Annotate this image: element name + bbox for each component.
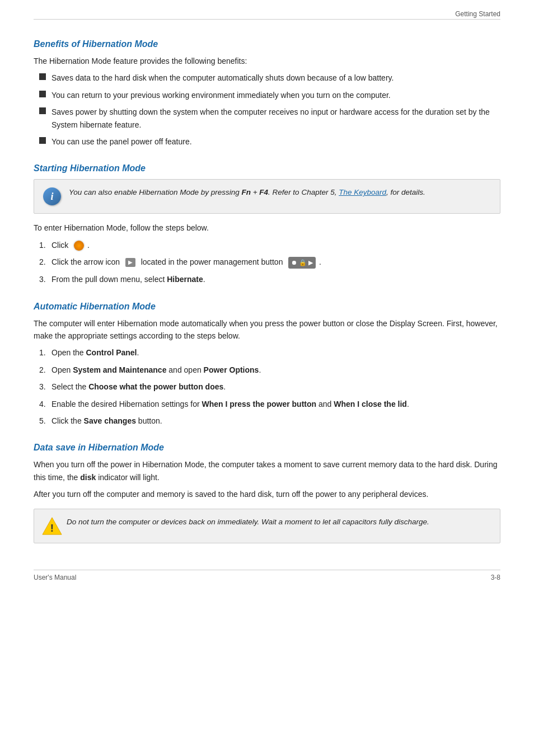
- note-text-end: , for details.: [386, 188, 425, 196]
- step-number: 5.: [39, 415, 51, 427]
- step-number: 2.: [39, 256, 51, 268]
- benefits-intro: The Hibernation Mode feature provides th…: [34, 55, 500, 67]
- note-text-before: You can also enable Hibernation Mode by …: [69, 188, 241, 196]
- close-lid-label: When I close the lid: [334, 400, 407, 408]
- list-item-text: Saves power by shutting down the system …: [51, 106, 500, 131]
- fn-key: Fn: [241, 188, 251, 196]
- section-datasave-title: Data save in Hibernation Mode: [34, 443, 500, 453]
- warning-icon: !: [42, 516, 62, 536]
- automatic-intro: The computer will enter Hibernation mode…: [34, 317, 500, 342]
- keyboard-link[interactable]: The Keyboard: [339, 188, 386, 196]
- control-panel-label: Control Panel: [86, 348, 137, 357]
- step-number: 2.: [39, 364, 51, 376]
- step-text: Click the Save changes button.: [51, 415, 162, 427]
- section-starting-body: i You can also enable Hibernation Mode b…: [34, 179, 500, 285]
- footer-left: User's Manual: [34, 574, 76, 581]
- page-container: Getting Started Benefits of Hibernation …: [0, 0, 534, 593]
- hibernate-label: Hibernate: [167, 275, 203, 284]
- section-datasave: Data save in Hibernation Mode When you t…: [34, 443, 500, 543]
- footer-right: 3-8: [491, 574, 500, 581]
- top-divider: [34, 19, 500, 20]
- svg-text:!: !: [50, 522, 54, 534]
- section-benefits-body: The Hibernation Mode feature provides th…: [34, 55, 500, 148]
- list-item-text: You can use the panel power off feature.: [51, 135, 192, 148]
- list-item: 1. Open the Control Panel.: [39, 346, 500, 359]
- step-text: From the pull down menu, select Hibernat…: [51, 273, 205, 285]
- list-item: 5. Click the Save changes button.: [39, 415, 500, 427]
- section-benefits: Benefits of Hibernation Mode The Hiberna…: [34, 39, 500, 148]
- step-text: Enable the desired Hibernation settings …: [51, 398, 409, 410]
- starting-steps: 1. Click . 2. Click the arrow icon: [39, 239, 500, 286]
- note-text-after: . Refer to Chapter 5,: [268, 188, 339, 196]
- step-number: 1.: [39, 346, 51, 359]
- list-item: 2. Open System and Maintenance and open …: [39, 364, 500, 376]
- section-starting: Starting Hibernation Mode i You can also…: [34, 163, 500, 285]
- list-item: 1. Click .: [39, 239, 500, 251]
- info-note-box: i You can also enable Hibernation Mode b…: [34, 179, 500, 214]
- list-item-text: Saves data to the hard disk when the com…: [51, 72, 394, 84]
- step-number: 3.: [39, 273, 51, 285]
- warning-note-text: Do not turn the computer or devices back…: [67, 516, 429, 528]
- page-section-label: Getting Started: [455, 10, 500, 18]
- section-automatic-body: The computer will enter Hibernation mode…: [34, 317, 500, 428]
- list-item: You can use the panel power off feature.: [39, 135, 500, 148]
- note-text-mid1: +: [251, 188, 259, 196]
- list-item: 3. From the pull down menu, select Hiber…: [39, 273, 500, 285]
- page-footer: User's Manual 3-8: [34, 570, 500, 581]
- list-item: 3. Select the Choose what the power butt…: [39, 381, 500, 393]
- section-benefits-title: Benefits of Hibernation Mode: [34, 39, 500, 49]
- bullet-icon: [39, 137, 46, 144]
- f4-key: F4: [259, 188, 268, 196]
- list-item: Saves data to the hard disk when the com…: [39, 72, 500, 84]
- save-changes-label: Save changes: [84, 416, 136, 425]
- warning-text: Do not turn the computer or devices back…: [67, 518, 429, 526]
- datasave-para1: When you turn off the power in Hibernati…: [34, 458, 500, 483]
- step-text: Click the arrow icon ▶ located in the po…: [51, 256, 321, 269]
- section-starting-title: Starting Hibernation Mode: [34, 163, 500, 173]
- step-text: Click .: [51, 239, 90, 251]
- info-note-text: You can also enable Hibernation Mode by …: [69, 186, 425, 199]
- step-text: Select the Choose what the power button …: [51, 381, 226, 393]
- list-item-text: You can return to your previous working …: [51, 89, 391, 101]
- choose-power-label: Choose what the power button does: [88, 382, 223, 391]
- step-text: Open the Control Panel.: [51, 346, 139, 359]
- disk-label: disk: [80, 473, 96, 482]
- info-circle-icon: i: [43, 187, 61, 205]
- info-icon: i: [42, 186, 62, 206]
- arrow-icon: ▶: [125, 258, 135, 267]
- start-button-icon: [74, 241, 84, 251]
- step-number: 4.: [39, 398, 51, 410]
- power-options-label: Power Options: [204, 365, 259, 374]
- list-item: 4. Enable the desired Hibernation settin…: [39, 398, 500, 410]
- main-content: Benefits of Hibernation Mode The Hiberna…: [34, 39, 500, 543]
- section-datasave-body: When you turn off the power in Hibernati…: [34, 458, 500, 543]
- step-number: 3.: [39, 381, 51, 393]
- benefits-list: Saves data to the hard disk when the com…: [39, 72, 500, 148]
- step-number: 1.: [39, 239, 51, 251]
- warning-triangle-svg: !: [42, 516, 62, 536]
- section-automatic: Automatic Hibernation Mode The computer …: [34, 302, 500, 428]
- bullet-icon: [39, 91, 46, 97]
- system-maintenance-label: System and Maintenance: [73, 365, 166, 374]
- automatic-steps: 1. Open the Control Panel. 2. Open Syste…: [39, 346, 500, 427]
- datasave-para2: After you turn off the computer and memo…: [34, 488, 500, 500]
- warning-note-box: ! Do not turn the computer or devices ba…: [34, 509, 500, 543]
- list-item: 2. Click the arrow icon ▶ located in the…: [39, 256, 500, 269]
- press-power-label: When I press the power button: [202, 400, 317, 408]
- bullet-icon: [39, 73, 46, 80]
- section-automatic-title: Automatic Hibernation Mode: [34, 302, 500, 312]
- bullet-icon: [39, 107, 46, 114]
- starting-intro: To enter Hibernation Mode, follow the st…: [34, 222, 500, 234]
- power-mgmt-bar-icon: ⏺ 🔒 ▶: [288, 257, 316, 269]
- list-item: Saves power by shutting down the system …: [39, 106, 500, 131]
- step-text: Open System and Maintenance and open Pow…: [51, 364, 261, 376]
- list-item: You can return to your previous working …: [39, 89, 500, 101]
